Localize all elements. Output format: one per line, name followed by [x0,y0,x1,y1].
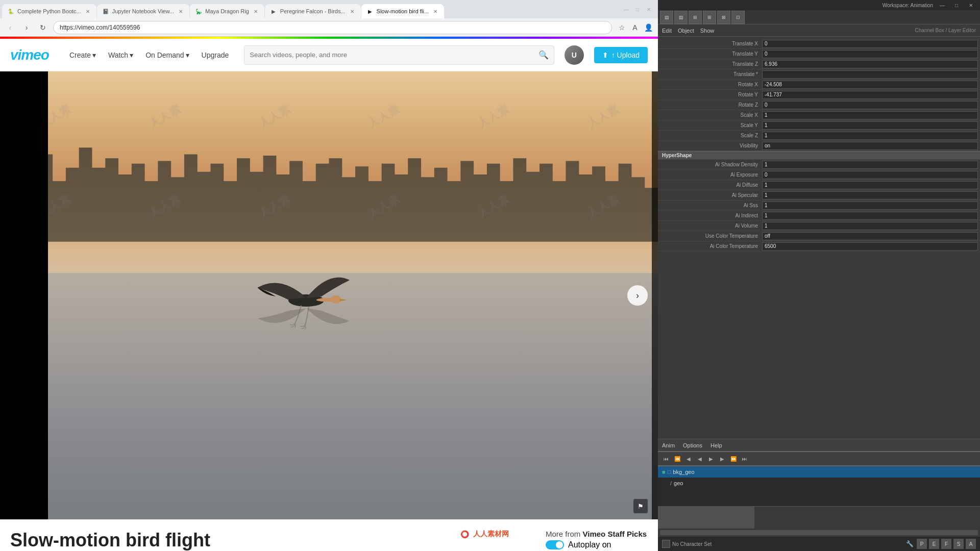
status-btn-1[interactable]: P [917,539,927,549]
tab-3-close[interactable]: ✕ [252,8,259,15]
video-area[interactable]: 人人素 人人素 人人素 人人素 人人素 人人素 人人素 人人素 人人素 人人素 … [0,71,658,519]
prop-use-color-temp[interactable]: Use Color Temperature off [658,231,980,241]
prop-rotate-z-value[interactable]: 0 [762,101,978,109]
status-btn-2[interactable]: E [929,539,939,549]
play-back-button[interactable]: ◀ [695,454,705,464]
prop-ai-diffuse[interactable]: Ai Diffuse 1 [658,180,980,190]
prop-rotate-x-value[interactable]: -24.508 [762,81,978,89]
prop-translate-z-value[interactable]: 6.936 [762,60,978,68]
prop-visibility-value[interactable]: on [762,142,978,150]
next-frame-button[interactable]: ⏩ [728,454,739,464]
prop-shadow-density[interactable]: Ai Shadow Density 1 [658,160,980,170]
prop-scale-x-value[interactable]: 1 [762,111,978,119]
user-avatar[interactable]: U [565,45,584,65]
prop-rotate-y-value[interactable]: -41.737 [762,91,978,99]
timeline-scrollbar[interactable] [660,530,978,535]
prop-ai-volume[interactable]: Ai Volume 1 [658,221,980,231]
maya-tool-6[interactable]: ⊡ [731,11,745,24]
next-key-button[interactable]: ▶ [717,454,727,464]
prop-ai-indirect-value[interactable]: 1 [762,212,978,220]
prop-use-color-temp-value[interactable]: off [762,232,978,240]
tab-2-close[interactable]: ✕ [177,8,184,15]
prop-rotate-x[interactable]: Rotate X -24.508 [658,80,980,90]
maximize-button[interactable]: □ [632,5,643,13]
tab-3[interactable]: 🦕 Maya Dragon Rig ✕ [190,4,264,18]
prop-ai-exposure-value[interactable]: 0 [762,171,978,179]
nav-create[interactable]: Create ▾ [64,48,101,62]
timeline-track[interactable] [658,507,980,529]
maya-tool-2[interactable]: ▤ [674,11,688,24]
maya-tool-3[interactable]: ⊞ [689,11,702,24]
anim-label[interactable]: Anim [662,442,675,448]
prop-scale-x[interactable]: Scale X 1 [658,110,980,120]
prop-ai-color-temp[interactable]: Ai Color Temperature 6500 [658,241,980,252]
search-icon[interactable]: 🔍 [538,50,549,60]
tab-5-active[interactable]: ▶ Slow-motion bird fli... ✕ [361,4,444,18]
tab-5-close[interactable]: ✕ [432,8,439,15]
close-button[interactable]: ✕ [644,5,654,13]
properties-scroll[interactable]: Translate X 0 Translate Y 0 Translate Z … [658,37,980,439]
nav-on-demand[interactable]: On Demand ▾ [140,48,194,62]
autoplay-toggle[interactable] [546,540,564,549]
status-btn-5[interactable]: A [966,539,976,549]
prop-translate-y-value[interactable]: 0 [762,50,978,58]
maya-menu-object[interactable]: Object [678,28,694,34]
prop-ai-volume-value[interactable]: 1 [762,222,978,230]
prev-frame-button[interactable]: ⏪ [672,454,682,464]
options-label[interactable]: Options [683,442,702,448]
maya-tool-4[interactable]: ⊞ [703,11,716,24]
maya-menu-show[interactable]: Show [700,28,715,34]
status-btn-4[interactable]: S [953,539,964,549]
prop-translate-x[interactable]: Translate X 0 [658,39,980,49]
prop-ai-specular-value[interactable]: 1 [762,191,978,199]
go-start-button[interactable]: ⏮ [661,454,671,464]
prop-ai-sss-value[interactable]: 1 [762,202,978,210]
prop-scale-y-value[interactable]: 1 [762,121,978,130]
prop-visibility[interactable]: Visibility on [658,141,980,151]
prop-scale-z-value[interactable]: 1 [762,132,978,140]
user-icon[interactable]: 👤 [643,22,654,33]
maya-minimize[interactable]: — [937,1,947,9]
prop-translate-x-value[interactable]: 0 [762,40,978,48]
search-input[interactable] [250,51,534,59]
prop-scale-y[interactable]: Scale Y 1 [658,120,980,131]
prop-rotate-y[interactable]: Rotate Y -41.737 [658,90,980,100]
tab-4[interactable]: ▶ Peregrine Falcon - Birds... ✕ [265,4,361,18]
tab-2[interactable]: 📓 Jupyter Notebook View... ✕ [97,4,189,18]
maya-tool-5[interactable]: ⊠ [717,11,730,24]
minimize-button[interactable]: — [621,5,631,13]
help-label[interactable]: Help [710,442,722,448]
status-btn-3[interactable]: F [941,539,951,549]
upload-button[interactable]: ⬆ ↑ Upload [594,47,648,63]
prop-rotate-z[interactable]: Rotate Z 0 [658,100,980,110]
url-input[interactable]: https://vimeo.com/140559596 [53,21,612,34]
tab-1[interactable]: 🐍 Complete Python Bootc... ✕ [2,4,96,18]
maya-close[interactable]: ✕ [966,1,976,9]
prop-ai-specular[interactable]: Ai Specular 1 [658,190,980,201]
bookmark-icon[interactable]: ☆ [616,22,627,33]
prop-ai-indirect[interactable]: Ai Indirect 1 [658,211,980,221]
tab-1-close[interactable]: ✕ [84,8,91,15]
maya-menu-edit[interactable]: Edit [662,28,672,34]
play-forward-button[interactable]: ▶ [706,454,716,464]
nav-watch[interactable]: Watch ▾ [103,48,138,62]
prop-translate-star-value[interactable] [762,70,978,79]
back-button[interactable]: ‹ [4,21,16,34]
refresh-button[interactable]: ↻ [37,21,49,34]
adobe-icon[interactable]: A [629,22,641,33]
prop-ai-exposure[interactable]: Ai Exposure 0 [658,170,980,180]
prop-scale-z[interactable]: Scale Z 1 [658,131,980,141]
prop-ai-diffuse-value[interactable]: 1 [762,181,978,189]
outliner-item-geo[interactable]: / geo [658,478,980,489]
maya-tool-1[interactable]: ▤ [660,11,673,24]
char-set-checkbox[interactable] [662,540,670,548]
go-end-button[interactable]: ⏭ [740,454,750,464]
prop-translate-star[interactable]: Translate * [658,69,980,80]
vimeo-logo[interactable]: vimeo [10,47,49,63]
maya-maximize[interactable]: □ [951,1,962,9]
prop-ai-sss[interactable]: Ai Sss 1 [658,201,980,211]
prev-key-button[interactable]: ◀ [683,454,694,464]
prop-ai-color-temp-value[interactable]: 6500 [762,242,978,251]
outliner-item-bkggeo[interactable]: ■ □ bkg_geo [658,466,980,478]
prop-translate-y[interactable]: Translate Y 0 [658,49,980,59]
